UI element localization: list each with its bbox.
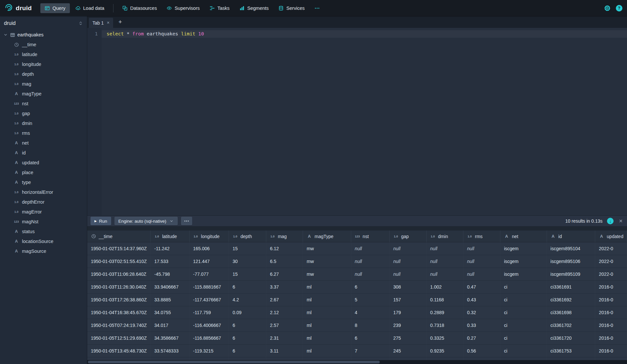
column-item-gap[interactable]: 1.0gap <box>0 109 87 118</box>
schema-selector[interactable]: druid <box>0 16 87 30</box>
result-cell[interactable]: 239 <box>390 319 427 332</box>
column-item-horizontalError[interactable]: 1.0horizontalError <box>0 187 87 197</box>
result-cell[interactable]: ci <box>500 293 547 306</box>
settings-gear-icon[interactable] <box>604 5 611 11</box>
column-item-dmin[interactable]: 1.0dmin <box>0 118 87 128</box>
result-cell[interactable]: iscgem <box>500 255 547 268</box>
nav-item-load-data[interactable]: Load data <box>71 3 109 13</box>
result-cell[interactable]: 17.533 <box>151 255 189 268</box>
result-cell[interactable]: 8 <box>351 319 390 332</box>
column-item-id[interactable]: Aid <box>0 148 87 158</box>
column-item-magNst[interactable]: 123magNst <box>0 217 87 227</box>
result-cell[interactable]: 275 <box>390 332 427 345</box>
column-item-depthError[interactable]: 1.0depthError <box>0 197 87 207</box>
result-cell[interactable]: mw <box>303 242 351 255</box>
result-cell[interactable]: 15 <box>229 242 266 255</box>
result-cell[interactable]: 179 <box>390 306 427 319</box>
result-cell[interactable]: -117.759 <box>190 306 229 319</box>
result-cell[interactable]: 2016-0 <box>595 319 627 332</box>
result-cell[interactable]: ci3361698 <box>547 306 596 319</box>
result-cell[interactable]: -77.077 <box>190 268 229 281</box>
result-cell[interactable]: 5 <box>351 293 390 306</box>
download-results-icon[interactable]: ↓ <box>607 218 614 224</box>
result-cell[interactable]: ml <box>303 332 351 345</box>
result-cell[interactable]: 2022-0 <box>595 255 627 268</box>
result-cell[interactable]: ml <box>303 293 351 306</box>
result-cell[interactable]: null <box>390 268 427 281</box>
result-cell[interactable]: 1950-01-05T12:51:29.690Z <box>87 332 151 345</box>
nav-item-datasources[interactable]: Datasources <box>118 3 161 13</box>
result-cell[interactable]: 2.31 <box>266 332 303 345</box>
result-cell[interactable]: 0.56 <box>463 345 500 357</box>
result-cell[interactable]: iscgem895109 <box>547 268 596 281</box>
result-cell[interactable]: 6 <box>229 345 266 357</box>
result-cell[interactable]: 33.5748333 <box>151 345 189 357</box>
result-cell[interactable]: 6 <box>229 319 266 332</box>
column-header-nst[interactable]: 123nst <box>351 231 390 242</box>
result-cell[interactable]: 6 <box>229 281 266 293</box>
result-cell[interactable]: 0.09 <box>229 306 266 319</box>
engine-button[interactable]: Engine: auto (sql-native) <box>114 217 178 225</box>
result-cell[interactable]: 0.1168 <box>427 293 463 306</box>
column-item-status[interactable]: Astatus <box>0 227 87 236</box>
column-item-place[interactable]: Aplace <box>0 168 87 177</box>
result-cell[interactable]: ml <box>303 319 351 332</box>
result-cell[interactable]: 6.5 <box>266 255 303 268</box>
result-cell[interactable]: 245 <box>390 345 427 357</box>
result-cell[interactable]: ci3361753 <box>547 345 596 357</box>
result-cell[interactable]: 2016-0 <box>595 281 627 293</box>
result-cell[interactable]: 0.27 <box>463 332 500 345</box>
close-tab-icon[interactable]: ✕ <box>107 21 110 25</box>
result-cell[interactable]: 34.3586667 <box>151 332 189 345</box>
column-item-__time[interactable]: __time <box>0 40 87 50</box>
result-cell[interactable]: 4.2 <box>229 293 266 306</box>
result-cell[interactable]: 165.006 <box>190 242 229 255</box>
result-cell[interactable]: null <box>427 242 463 255</box>
column-item-type[interactable]: Atype <box>0 177 87 187</box>
result-cell[interactable]: 2016-0 <box>595 332 627 345</box>
result-cell[interactable]: 0.47 <box>463 281 500 293</box>
result-cell[interactable]: 308 <box>390 281 427 293</box>
result-cell[interactable]: null <box>427 255 463 268</box>
result-cell[interactable]: 0.32 <box>463 306 500 319</box>
run-button[interactable]: ▶ Run <box>91 217 111 225</box>
result-cell[interactable]: 3.37 <box>266 281 303 293</box>
result-cell[interactable]: 1950-01-05T07:24:19.740Z <box>87 319 151 332</box>
result-cell[interactable]: ci <box>500 345 547 357</box>
result-cell[interactable]: -116.8856667 <box>190 332 229 345</box>
result-cell[interactable]: 7 <box>351 345 390 357</box>
result-cell[interactable]: 34.0755 <box>151 306 189 319</box>
result-cell[interactable]: 33.9406667 <box>151 281 189 293</box>
result-cell[interactable]: iscgem895104 <box>547 242 596 255</box>
column-header-net[interactable]: Anet <box>500 231 547 242</box>
result-cell[interactable]: 0.2889 <box>427 306 463 319</box>
result-cell[interactable]: ml <box>303 345 351 357</box>
tab-1[interactable]: Tab 1 ✕ <box>89 18 113 28</box>
column-header-id[interactable]: Aid <box>547 231 596 242</box>
result-cell[interactable]: -117.4376667 <box>190 293 229 306</box>
result-cell[interactable]: -116.4006667 <box>190 319 229 332</box>
result-cell[interactable]: 6.12 <box>266 242 303 255</box>
result-cell[interactable]: 33.8885 <box>151 293 189 306</box>
result-cell[interactable]: 34.017 <box>151 319 189 332</box>
result-cell[interactable]: 2.12 <box>266 306 303 319</box>
result-cell[interactable]: 0.3325 <box>427 332 463 345</box>
nav-item-supervisors[interactable]: Supervisors <box>162 3 204 13</box>
result-cell[interactable]: 0.7318 <box>427 319 463 332</box>
column-item-magError[interactable]: 1.0magError <box>0 207 87 217</box>
result-cell[interactable]: -119.3215 <box>190 345 229 357</box>
nav-item-more[interactable] <box>310 3 324 13</box>
result-cell[interactable]: 1950-01-04T16:38:45.670Z <box>87 306 151 319</box>
column-header-gap[interactable]: 1.0gap <box>390 231 427 242</box>
horizontal-scrollbar[interactable] <box>87 360 627 364</box>
result-cell[interactable]: null <box>390 242 427 255</box>
result-cell[interactable]: -115.8881667 <box>190 281 229 293</box>
result-cell[interactable]: null <box>427 268 463 281</box>
result-cell[interactable]: 2022-0 <box>595 242 627 255</box>
result-cell[interactable]: mw <box>303 268 351 281</box>
column-item-latitude[interactable]: 1.0latitude <box>0 50 87 59</box>
result-cell[interactable]: ci3361692 <box>547 293 596 306</box>
result-cell[interactable]: null <box>463 255 500 268</box>
result-cell[interactable]: 0.43 <box>463 293 500 306</box>
result-cell[interactable]: null <box>351 268 390 281</box>
